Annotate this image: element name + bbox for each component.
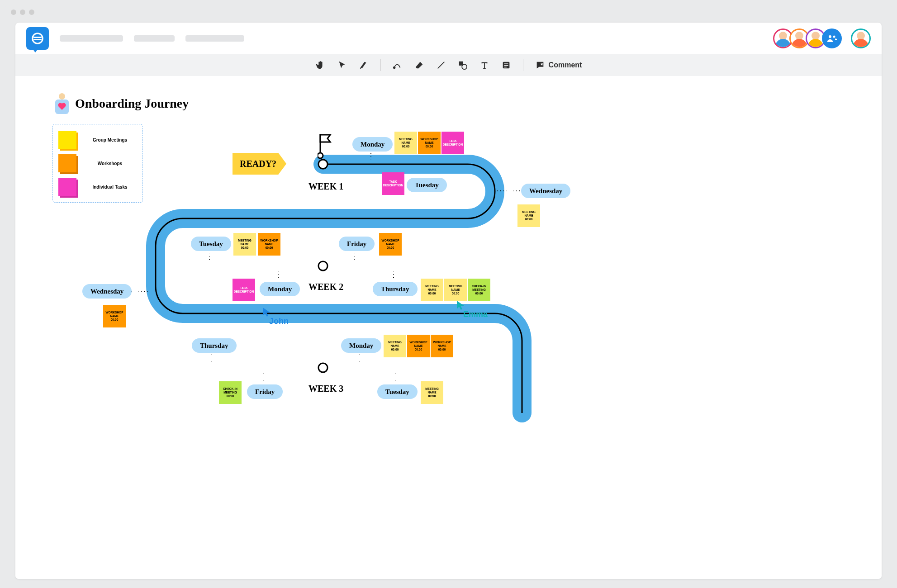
svg-point-2 (833, 36, 835, 38)
app-logo-icon[interactable] (26, 27, 49, 50)
window-titlebar (5, 5, 892, 20)
svg-point-3 (393, 67, 395, 69)
presence-avatars (773, 28, 871, 48)
sticky-note[interactable]: WORKSHOP NAME00:00 (418, 132, 441, 154)
sticky-note[interactable]: WORKSHOP NAME00:00 (258, 233, 280, 256)
text-tool-icon[interactable] (479, 60, 489, 70)
sticky-note[interactable]: MEETING NAME00:00 (394, 132, 417, 154)
sticky-note[interactable]: MEETING NAME00:00 (421, 279, 443, 301)
cursor-emma: Emma (456, 300, 488, 319)
sticky-note[interactable]: TASK DESCRIPTION (382, 172, 404, 195)
day-pill[interactable]: Monday (341, 338, 381, 353)
week-label-2: WEEK 2 (308, 282, 343, 292)
sticky-note[interactable]: MEETING NAME00:00 (233, 233, 256, 256)
sticky-note[interactable]: WORKSHOP NAME00:00 (431, 335, 453, 357)
sticky-note[interactable]: TASK DESCRIPTION (441, 132, 464, 154)
connector (496, 190, 521, 191)
whiteboard-canvas[interactable]: Onboarding Journey Group Meetings Worksh… (15, 76, 882, 579)
day-pill[interactable]: Wednesday (521, 184, 570, 198)
day-pill[interactable]: Monday (260, 282, 300, 296)
note-tool-icon[interactable] (501, 60, 511, 70)
cursor-john: John (262, 307, 289, 326)
svg-rect-7 (504, 63, 508, 64)
svg-point-5 (462, 64, 467, 69)
select-tool-icon[interactable] (337, 60, 347, 70)
eraser-tool-icon[interactable] (414, 60, 424, 70)
svg-point-1 (829, 35, 831, 38)
sticky-note[interactable]: MEETING NAME00:00 (517, 204, 540, 227)
window-close-icon[interactable] (11, 9, 16, 15)
sticky-note[interactable]: CHECK-IN MEETING00:00 (468, 279, 490, 301)
week-label-3: WEEK 3 (308, 384, 343, 394)
svg-point-0 (33, 33, 43, 44)
connector (278, 270, 279, 280)
shape-tool-icon[interactable] (458, 60, 468, 70)
sticky-note[interactable]: WORKSHOP NAME00:00 (103, 305, 126, 327)
app-frame: Comment Onboarding Journey Group Meeting… (15, 23, 882, 579)
connector (354, 251, 355, 262)
day-pill[interactable]: Tuesday (377, 384, 418, 399)
add-collaborator-button[interactable] (822, 28, 842, 48)
day-pill[interactable]: Friday (339, 237, 375, 251)
sticky-note[interactable]: WORKSHOP NAME00:00 (379, 233, 402, 256)
sticky-note[interactable]: CHECK-IN MEETING00:00 (219, 381, 242, 404)
connector (211, 353, 212, 364)
hand-tool-icon[interactable] (315, 60, 325, 70)
window-zoom-icon[interactable] (29, 9, 34, 15)
svg-rect-9 (504, 67, 507, 67)
current-user-avatar[interactable] (851, 28, 871, 48)
day-pill[interactable]: Thursday (192, 338, 237, 353)
window-minimize-icon[interactable] (20, 9, 25, 15)
pen-tool-icon[interactable] (393, 60, 403, 70)
sticky-note[interactable]: MEETING NAME00:00 (384, 335, 406, 357)
comment-button[interactable]: Comment (535, 60, 582, 70)
sticky-note[interactable]: TASK DESCRIPTION (233, 279, 255, 301)
svg-rect-8 (504, 65, 508, 66)
sticky-note[interactable]: MEETING NAME00:00 (421, 381, 443, 404)
day-pill[interactable]: Wednesday (82, 284, 132, 299)
svg-point-14 (318, 153, 323, 158)
breadcrumb-placeholder (60, 35, 123, 42)
line-tool-icon[interactable] (436, 60, 446, 70)
sticky-note[interactable]: MEETING NAME00:00 (444, 279, 467, 301)
day-pill[interactable]: Friday (247, 384, 283, 399)
connector (370, 152, 371, 163)
day-pill[interactable]: Tuesday (191, 237, 231, 251)
comment-label: Comment (549, 61, 582, 69)
start-flag-icon (318, 134, 333, 161)
toolbar: Comment (15, 54, 882, 76)
toolbar-separator (523, 59, 523, 71)
toolbar-separator (380, 59, 381, 71)
breadcrumb-placeholder (185, 35, 244, 42)
marker-tool-icon[interactable] (359, 60, 369, 70)
day-pill[interactable]: Thursday (373, 282, 418, 296)
week-label-1: WEEK 1 (308, 181, 343, 192)
connector (393, 270, 394, 280)
topbar (15, 23, 882, 54)
connector (395, 372, 396, 383)
breadcrumb-placeholder (134, 35, 175, 42)
connector (209, 251, 210, 262)
day-pill[interactable]: Tuesday (407, 178, 447, 192)
connector (359, 353, 360, 364)
ready-arrow[interactable]: READY? (233, 153, 286, 175)
day-pill[interactable]: Monday (352, 137, 393, 152)
browser-window: Comment Onboarding Journey Group Meeting… (5, 5, 892, 583)
sticky-note[interactable]: WORKSHOP NAME00:00 (407, 335, 430, 357)
connector (263, 372, 264, 383)
